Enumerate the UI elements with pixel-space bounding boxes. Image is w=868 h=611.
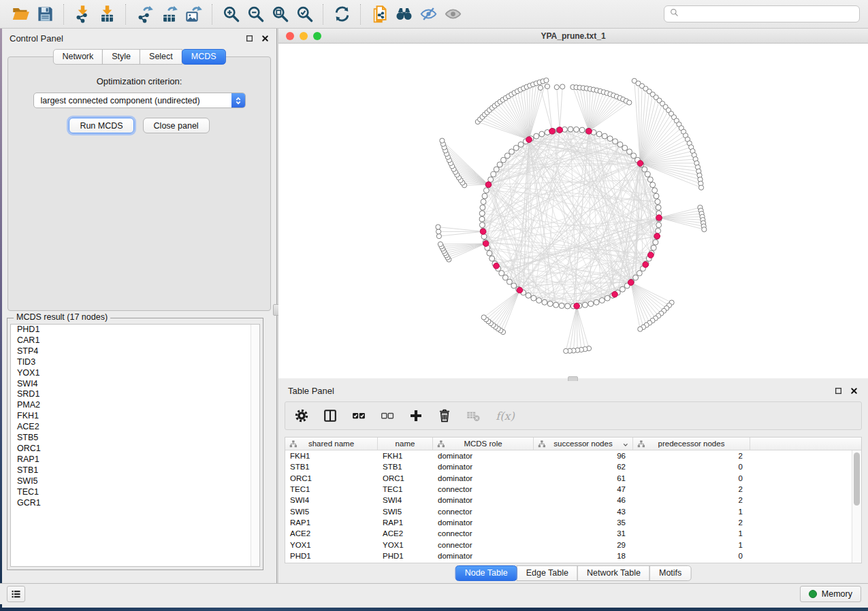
tab-mcds[interactable]: MCDS	[182, 49, 226, 65]
graph-node[interactable]	[565, 303, 570, 309]
table-row[interactable]: RAP1RAP1dominator352	[285, 517, 861, 528]
graph-node[interactable]	[504, 153, 510, 159]
task-history-button[interactable]	[7, 586, 25, 602]
toolbar-button-zoom-in[interactable]	[219, 3, 243, 26]
table-cell[interactable]: dominator	[433, 463, 534, 471]
graph-node[interactable]	[511, 283, 517, 288]
table-cell[interactable]: PHD1	[378, 552, 433, 560]
graph-node[interactable]	[559, 303, 564, 308]
close-panel-icon[interactable]	[261, 34, 269, 42]
mcds-result-item[interactable]: STP4	[11, 346, 259, 357]
graph-node[interactable]	[534, 133, 539, 139]
graph-node-mcds[interactable]	[574, 303, 580, 309]
graph-node[interactable]	[438, 242, 443, 246]
table-cell[interactable]: 35	[534, 518, 633, 527]
graph-node[interactable]	[483, 188, 489, 193]
table-cell[interactable]: 31	[534, 529, 633, 538]
graph-node[interactable]	[482, 193, 487, 199]
column-header-shared-name[interactable]: shared name	[285, 437, 378, 450]
graph-node[interactable]	[544, 78, 549, 83]
graph-node[interactable]	[526, 293, 531, 298]
graph-node[interactable]	[602, 133, 607, 139]
graph-node-mcds[interactable]	[612, 291, 618, 297]
mcds-result-item[interactable]: ORC1	[11, 444, 259, 455]
network-window-titlebar[interactable]: YPA_prune.txt_1	[278, 29, 868, 44]
toolbar-button-export-table[interactable]	[157, 3, 181, 26]
list-scrollbar[interactable]	[251, 325, 259, 566]
table-cell[interactable]: 18	[534, 552, 633, 560]
graph-node-mcds[interactable]	[656, 215, 662, 221]
table-cell[interactable]: STB1	[378, 463, 433, 471]
graph-node[interactable]	[479, 211, 485, 216]
graph-node[interactable]	[507, 279, 512, 284]
graph-node[interactable]	[479, 222, 485, 228]
graph-node[interactable]	[627, 100, 632, 105]
graph-node[interactable]	[613, 139, 618, 144]
graph-node-mcds[interactable]	[628, 280, 634, 286]
graph-node[interactable]	[538, 85, 543, 90]
scrollbar-thumb[interactable]	[854, 452, 860, 506]
close-panel-icon[interactable]	[850, 386, 858, 395]
table-row[interactable]: YOX1YOX1connector291	[285, 539, 861, 550]
graph-node[interactable]	[487, 250, 492, 256]
mcds-result-item[interactable]: FKH1	[11, 411, 259, 422]
graph-node[interactable]	[480, 205, 485, 210]
table-cell[interactable]: 43	[534, 508, 633, 516]
column-header-name[interactable]: name	[378, 437, 433, 450]
graph-node[interactable]	[436, 229, 441, 234]
toolbar-button-hide-selected[interactable]	[416, 3, 440, 26]
graph-node[interactable]	[491, 171, 496, 177]
table-row[interactable]: TEC1TEC1connector472	[285, 484, 861, 495]
toolbar-button-zoom-out[interactable]	[243, 3, 268, 26]
graph-node[interactable]	[651, 245, 656, 250]
graph-node-mcds[interactable]	[494, 263, 500, 269]
mcds-result-item[interactable]: YOX1	[11, 368, 259, 379]
table-cell[interactable]: dominator	[433, 452, 534, 460]
column-header-successor-nodes[interactable]: successor nodes	[534, 437, 633, 450]
mcds-result-item[interactable]: GCR1	[11, 498, 259, 509]
graph-node[interactable]	[553, 302, 559, 308]
graph-node[interactable]	[617, 142, 623, 147]
toolbar-button-export-network[interactable]	[132, 3, 157, 26]
graph-node[interactable]	[652, 188, 658, 193]
graph-node[interactable]	[588, 301, 594, 307]
table-cell[interactable]: ORC1	[378, 474, 433, 482]
graph-node[interactable]	[542, 299, 547, 305]
graph-node[interactable]	[594, 299, 599, 305]
table-cell[interactable]: 29	[534, 541, 633, 549]
table-cell[interactable]: 1	[633, 541, 750, 549]
graph-node[interactable]	[497, 162, 502, 167]
column-header-predecessor-nodes[interactable]: predecessor nodes	[633, 437, 750, 450]
search-field[interactable]	[664, 5, 860, 22]
table-cell[interactable]: 1	[633, 508, 750, 516]
graph-node[interactable]	[531, 295, 536, 301]
graph-node[interactable]	[479, 216, 485, 222]
delete-column-button[interactable]	[436, 408, 453, 424]
graph-node[interactable]	[620, 286, 625, 292]
graph-node[interactable]	[564, 348, 568, 353]
tab-network[interactable]: Network	[52, 49, 103, 65]
graph-node[interactable]	[545, 84, 549, 88]
minimize-window-icon[interactable]	[300, 32, 308, 40]
table-cell[interactable]: connector	[433, 485, 534, 493]
table-cell[interactable]: SWI4	[285, 496, 378, 504]
graph-node[interactable]	[656, 222, 662, 228]
graph-node-mcds[interactable]	[586, 129, 592, 135]
graph-node-mcds[interactable]	[485, 182, 492, 188]
table-cell[interactable]: connector	[433, 508, 534, 516]
graph-node[interactable]	[568, 127, 573, 132]
table-cell[interactable]: 2	[633, 496, 750, 504]
table-cell[interactable]: 0	[633, 474, 750, 482]
table-row[interactable]: SWI5SWI5connector431	[285, 506, 861, 516]
graph-node[interactable]	[547, 301, 553, 307]
table-scrollbar[interactable]	[852, 450, 861, 563]
search-input[interactable]	[680, 7, 854, 21]
maximize-window-icon[interactable]	[313, 32, 321, 40]
criterion-dropdown[interactable]: largest connected component (undirected)	[33, 93, 246, 108]
graph-node-mcds[interactable]	[648, 252, 654, 259]
graph-node-mcds[interactable]	[557, 127, 563, 133]
table-cell[interactable]: 2	[633, 485, 750, 493]
table-cell[interactable]: PHD1	[285, 552, 378, 560]
table-cell[interactable]: STB1	[285, 463, 378, 471]
table-row[interactable]: ORC1ORC1dominator610	[285, 473, 861, 484]
